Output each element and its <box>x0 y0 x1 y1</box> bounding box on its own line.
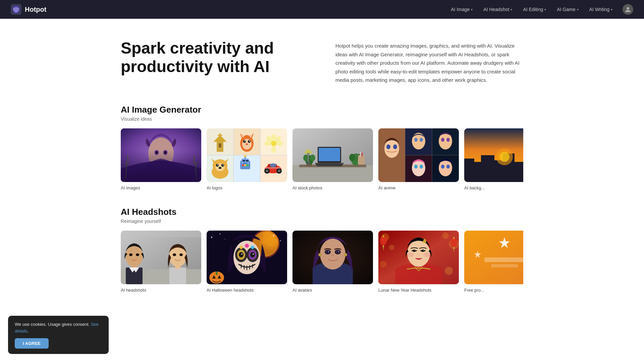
chevron-down-icon: ▾ <box>471 8 473 11</box>
logo-icon <box>11 4 21 15</box>
card-label-lunar: Lunar New Year Headshots <box>378 288 431 293</box>
svg-point-3 <box>14 9 15 9</box>
svg-point-204 <box>422 249 424 252</box>
svg-point-133 <box>125 245 143 267</box>
chevron-down-icon: ▾ <box>577 8 579 11</box>
svg-point-98 <box>393 144 397 149</box>
card-label-ai-images: AI images <box>121 185 140 190</box>
svg-rect-89 <box>307 153 310 154</box>
user-avatar[interactable] <box>623 4 633 15</box>
pro-headshots-illustration <box>121 231 201 284</box>
svg-point-140 <box>179 253 183 256</box>
user-icon <box>625 6 631 12</box>
card-img-ai-images <box>121 128 201 182</box>
card-pro-headshots[interactable]: AI headshots <box>121 231 201 293</box>
card-img-ai-bg <box>464 128 523 182</box>
headshots-cards-row: AI headshots <box>121 231 523 293</box>
svg-rect-136 <box>169 267 186 284</box>
svg-point-101 <box>414 138 418 142</box>
svg-point-169 <box>280 240 281 241</box>
svg-point-100 <box>412 133 425 149</box>
svg-point-190 <box>380 261 387 267</box>
nav-ai-editing[interactable]: AI Editing ▾ <box>518 4 551 15</box>
nav-ai-writing[interactable]: AI Writing ▾ <box>585 4 617 15</box>
hero-title-block: Spark creativity and productivity with A… <box>121 39 309 76</box>
nav-ai-game[interactable]: AI Game ▾ <box>552 4 583 15</box>
card-ai-stock-photos[interactable]: AI stock photos <box>292 128 373 191</box>
svg-point-11 <box>164 151 167 154</box>
main-content: Spark creativity and productivity with A… <box>107 19 537 336</box>
svg-rect-213 <box>484 257 523 262</box>
svg-point-135 <box>136 253 139 256</box>
svg-rect-194 <box>383 245 384 247</box>
card-lunar-headshots[interactable]: Lunar New Year Headshots <box>378 231 459 293</box>
headshots-section: AI Headshots Reimagine yourself <box>121 207 523 293</box>
svg-rect-197 <box>453 237 454 239</box>
svg-point-150 <box>239 252 244 257</box>
svg-point-168 <box>273 235 274 236</box>
svg-point-105 <box>441 138 444 142</box>
svg-point-8 <box>154 150 159 155</box>
svg-point-187 <box>389 245 394 250</box>
svg-point-153 <box>253 253 254 255</box>
svg-point-191 <box>445 267 453 275</box>
svg-point-50 <box>223 164 224 165</box>
card-ai-logos[interactable]: AI logos <box>207 128 287 191</box>
svg-point-59 <box>242 164 244 166</box>
svg-point-5 <box>627 7 629 10</box>
svg-point-33 <box>246 143 248 145</box>
halloween-illustration <box>207 231 287 284</box>
svg-point-83 <box>310 155 315 161</box>
svg-rect-78 <box>319 148 340 161</box>
anime-illustration <box>378 128 459 182</box>
svg-point-188 <box>442 232 449 239</box>
svg-point-139 <box>173 253 176 256</box>
svg-point-170 <box>225 239 225 239</box>
image-generator-section: AI Image Generator Visualize ideas <box>121 105 523 191</box>
card-halloween-headshots[interactable]: AI Halloween headshots <box>207 231 287 293</box>
svg-rect-91 <box>358 155 365 165</box>
image-section-title: AI Image Generator <box>121 105 523 115</box>
card-free-pro[interactable]: Free pro... <box>464 231 523 293</box>
headshots-section-subtitle: Reimagine yourself <box>121 219 523 224</box>
card-ai-images[interactable]: AI images <box>121 128 201 191</box>
svg-point-7 <box>148 137 174 170</box>
svg-point-97 <box>386 144 390 149</box>
stock-photos-illustration <box>292 128 373 182</box>
svg-point-102 <box>420 138 423 142</box>
svg-point-208 <box>423 252 430 257</box>
svg-rect-124 <box>515 162 523 182</box>
svg-point-207 <box>407 252 414 257</box>
svg-point-152 <box>241 253 243 255</box>
svg-rect-92 <box>360 152 361 157</box>
svg-rect-93 <box>362 153 363 157</box>
svg-point-114 <box>446 165 450 169</box>
card-ai-anime[interactable]: AI anime <box>378 128 459 191</box>
svg-point-166 <box>211 237 212 238</box>
svg-rect-79 <box>315 163 344 164</box>
svg-point-9 <box>163 150 168 155</box>
nav-ai-headshot[interactable]: AI Headshot ▾ <box>479 4 517 15</box>
nav-ai-image[interactable]: AI Image ▾ <box>446 4 477 15</box>
svg-point-128 <box>499 152 509 162</box>
svg-rect-120 <box>474 162 481 182</box>
svg-point-61 <box>247 164 249 166</box>
card-img-free-pro <box>464 231 523 284</box>
card-label-ai-logos: AI logos <box>207 185 222 190</box>
svg-point-205 <box>415 250 415 250</box>
svg-rect-70 <box>266 167 280 169</box>
chevron-down-icon: ▾ <box>611 8 612 11</box>
card-img-ai-anime <box>378 128 459 182</box>
logo-text: Hotpot <box>25 6 46 13</box>
logo-link[interactable]: Hotpot <box>11 4 46 15</box>
avatars-illustration <box>292 231 373 284</box>
svg-point-203 <box>413 249 416 252</box>
svg-rect-56 <box>243 160 245 162</box>
card-label-ai-avatars: AI avatars <box>292 288 312 293</box>
card-ai-avatars[interactable]: AI avatars <box>292 231 373 293</box>
svg-rect-193 <box>383 235 384 237</box>
card-ai-bg[interactable]: AI backg... <box>464 128 523 191</box>
ai-images-illustration <box>121 128 201 182</box>
card-label-ai-bg: AI backg... <box>464 185 485 190</box>
cookie-banner: We use cookies. Usage gives consent. See… <box>8 316 109 336</box>
